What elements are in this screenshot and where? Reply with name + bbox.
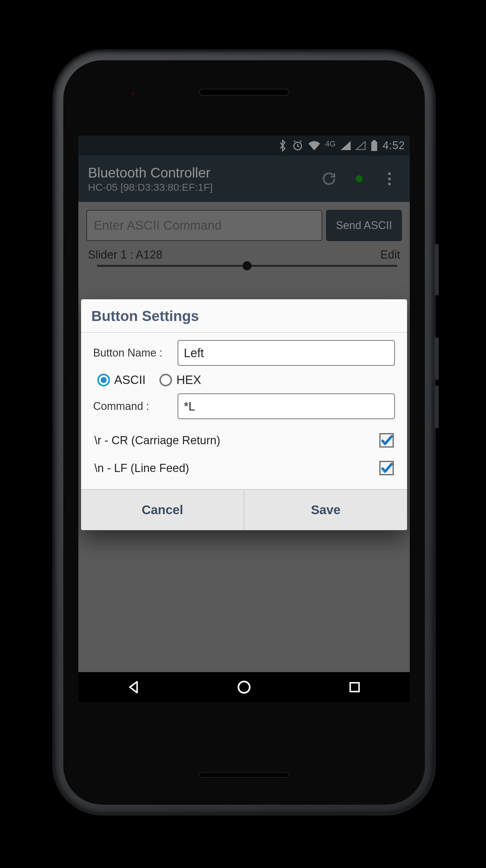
earpiece (199, 89, 289, 96)
bottom-speaker (199, 772, 289, 778)
svg-rect-4 (350, 683, 359, 691)
dialog-title: Button Settings (81, 299, 407, 333)
svg-rect-2 (371, 142, 377, 151)
slider-label: Slider 1 : A128 (88, 248, 162, 261)
ascii-command-input[interactable] (86, 210, 322, 241)
clock: 4:52 (383, 139, 405, 152)
cr-option-label: \r - CR (Carriage Return) (94, 434, 220, 447)
lf-option-label: \n - LF (Line Feed) (94, 462, 189, 475)
status-bar: 4G 4:52 (78, 135, 410, 156)
nav-back-button[interactable] (116, 680, 152, 694)
button-settings-dialog: Button Settings Button Name : ASCII HEX … (81, 299, 407, 530)
status-dot-icon (356, 176, 362, 182)
encoding-ascii-label: ASCII (114, 373, 145, 387)
encoding-ascii-radio[interactable] (97, 374, 110, 386)
app-title: Bluetooth Controller (88, 164, 311, 181)
svg-point-3 (238, 681, 250, 693)
save-button[interactable]: Save (244, 490, 407, 530)
bluetooth-icon (278, 140, 287, 152)
front-camera (130, 90, 136, 97)
slider-1[interactable] (97, 265, 397, 267)
kebab-icon (388, 173, 391, 185)
app-subtitle: HC-05 [98:D3:33:80:EF:1F] (88, 181, 311, 193)
signal-empty-icon (356, 141, 366, 150)
network-type: 4G (325, 139, 336, 149)
nav-home-button[interactable] (226, 680, 262, 695)
overflow-menu-button[interactable] (377, 167, 401, 191)
connection-status-button[interactable] (347, 167, 371, 191)
signal-icon (341, 141, 351, 150)
app-bar: Bluetooth Controller HC-05 [98:D3:33:80:… (78, 156, 410, 202)
refresh-button[interactable] (317, 167, 341, 191)
power-button (434, 244, 439, 296)
battery-icon (370, 140, 378, 151)
lf-checkbox[interactable] (379, 461, 394, 475)
slider-edit-link[interactable]: Edit (381, 248, 400, 261)
phone-inner: 4G 4:52 Bluetooth Controlle (63, 60, 425, 805)
command-label: Command : (93, 400, 171, 412)
nav-bar (78, 672, 410, 702)
volume-up-button (434, 338, 439, 380)
cr-checkbox[interactable] (379, 433, 394, 447)
alarm-icon (292, 140, 303, 151)
button-name-input[interactable] (177, 340, 395, 366)
main-content: Send ASCII Slider 1 : A128 Edit (78, 202, 410, 275)
command-input[interactable] (177, 393, 395, 419)
nav-recents-button[interactable] (336, 681, 373, 694)
wifi-icon (308, 141, 320, 150)
encoding-hex-label: HEX (176, 373, 201, 387)
button-name-label: Button Name : (93, 347, 171, 359)
volume-down-button (434, 386, 439, 428)
send-ascii-button[interactable]: Send ASCII (326, 210, 402, 241)
slider-thumb[interactable] (242, 261, 252, 270)
screen: 4G 4:52 Bluetooth Controlle (78, 135, 410, 702)
cancel-button[interactable]: Cancel (81, 490, 244, 530)
encoding-hex-radio[interactable] (159, 374, 172, 386)
svg-rect-1 (373, 140, 376, 142)
phone-frame: 4G 4:52 Bluetooth Controlle (54, 51, 434, 814)
